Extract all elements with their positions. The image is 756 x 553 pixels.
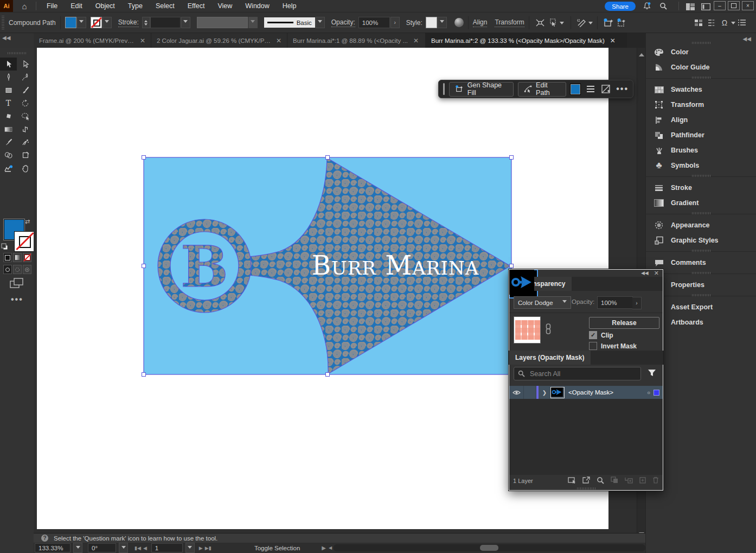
eyedropper-tool[interactable] xyxy=(0,136,17,149)
transform-link[interactable]: Transform xyxy=(495,18,524,27)
stroke-weight-field[interactable] xyxy=(150,17,181,28)
draw-inside-icon[interactable] xyxy=(23,265,31,274)
horizontal-scroll-thumb[interactable] xyxy=(480,545,498,551)
tab-burr-marina-1[interactable]: Burr Marina.ai*:1 @ 88.89 % (<Opacity ..… xyxy=(287,33,426,48)
edit-path-button[interactable]: Edit Path xyxy=(518,82,566,97)
clip-checkbox-row[interactable]: ✓ Clip xyxy=(589,331,613,339)
stroke-options-icon[interactable] xyxy=(587,88,594,90)
stroke-weight-stepper[interactable] xyxy=(142,17,150,28)
gradient-tool[interactable] xyxy=(0,123,17,136)
question-mark-icon[interactable]: ? xyxy=(41,535,48,542)
zoom-level-dropdown[interactable] xyxy=(73,543,82,553)
rotation-field[interactable]: 0° xyxy=(88,543,116,552)
toolbar-grip-icon[interactable] xyxy=(8,52,26,54)
fill-color-dropdown[interactable] xyxy=(77,17,86,28)
horizontal-scrollbar[interactable]: ◀ xyxy=(334,544,645,551)
tab-layers[interactable]: Layers (Opacity Mask) xyxy=(509,351,591,365)
layer-name[interactable]: <Opacity Mask> xyxy=(568,389,644,396)
stroke-color-dropdown[interactable] xyxy=(102,17,112,28)
collapse-toolbar-icon[interactable]: ◀◀ xyxy=(2,35,10,41)
dock-item-pathfinder[interactable]: Pathfinder xyxy=(646,128,756,143)
task-list-icon[interactable] xyxy=(735,17,748,29)
scroll-up-icon[interactable] xyxy=(639,50,644,56)
menu-type[interactable]: Type xyxy=(121,0,149,12)
context-fill-swatch[interactable] xyxy=(571,84,580,94)
dock-grip-icon[interactable] xyxy=(692,250,710,252)
target-circle-icon[interactable]: ○ xyxy=(644,386,654,399)
first-artboard-icon[interactable]: ▮◀ xyxy=(134,545,141,551)
locate-object-icon[interactable] xyxy=(597,476,604,486)
notifications-bell-icon[interactable] xyxy=(641,1,653,11)
dock-item-align[interactable]: Align xyxy=(646,112,756,128)
corner-widget-icon[interactable]: Ω xyxy=(718,17,731,29)
layers-search-field[interactable] xyxy=(514,367,641,380)
dock-item-color[interactable]: Color xyxy=(646,45,756,60)
zoom-level-field[interactable]: 133.33% xyxy=(35,543,71,552)
none-button[interactable] xyxy=(23,253,31,262)
tab-frame[interactable]: Frame.ai @ 200 % (CMYK/Previe... ✕ xyxy=(34,33,151,48)
dock-grip-icon[interactable] xyxy=(692,294,710,296)
search-icon[interactable] xyxy=(657,1,669,11)
swap-fill-stroke-icon[interactable]: ⇄ xyxy=(25,218,30,225)
scroll-left-icon[interactable]: ◀ xyxy=(329,545,332,550)
document-setup-icon[interactable] xyxy=(700,2,712,11)
tab-close-icon[interactable]: ✕ xyxy=(140,37,145,45)
rotate-view-tool[interactable] xyxy=(17,110,34,123)
pen-tool[interactable] xyxy=(0,71,17,84)
width-tool[interactable] xyxy=(17,123,34,136)
tab-burr-marina-2[interactable]: Burr Marina.ai*:2 @ 133.33 % (<Opacity M… xyxy=(426,33,627,48)
opacity-mask-thumbnail[interactable] xyxy=(509,269,538,298)
dock-grip-icon[interactable] xyxy=(692,77,710,79)
export-panel-icon[interactable] xyxy=(582,476,590,485)
gen-vector-icon[interactable] xyxy=(615,17,628,29)
no-style-icon[interactable] xyxy=(601,84,611,94)
rotate-tool[interactable] xyxy=(17,97,34,110)
stroke-weight-label[interactable]: Stroke: xyxy=(118,18,139,27)
menu-window[interactable]: Window xyxy=(239,0,276,12)
gen-recolor-icon[interactable] xyxy=(602,17,615,29)
dock-item-stroke[interactable]: Stroke xyxy=(646,180,756,195)
dock-item-swatches[interactable]: Swatches xyxy=(646,82,756,97)
visibility-eye-icon[interactable] xyxy=(509,386,524,399)
tab-close-icon[interactable]: ✕ xyxy=(413,37,419,45)
screen-mode-icon[interactable] xyxy=(10,278,24,291)
brush-definition-field[interactable] xyxy=(197,17,248,28)
shape-builder-tool[interactable] xyxy=(0,149,17,162)
type-tool[interactable]: T xyxy=(0,97,17,110)
draw-normal-icon[interactable] xyxy=(3,265,12,274)
dock-grip-icon[interactable] xyxy=(692,175,710,177)
maximize-button[interactable] xyxy=(728,1,740,10)
select-similar-dropdown[interactable] xyxy=(560,22,564,27)
dock-item-appearance[interactable]: Appearance xyxy=(646,218,756,233)
dock-grip-icon[interactable] xyxy=(692,42,710,44)
collect-for-export-icon[interactable] xyxy=(568,476,576,485)
constrain-proportions-icon[interactable] xyxy=(534,17,547,29)
3d-material-icon[interactable] xyxy=(454,18,464,27)
stroke-weight-dropdown[interactable] xyxy=(181,17,190,28)
drag-grip-icon[interactable] xyxy=(2,16,4,30)
status-selector-label[interactable]: Toggle Selection xyxy=(254,545,300,551)
tab-jaguar[interactable]: 2 Color Jaguar.ai @ 59.26 % (CMYK/Pre...… xyxy=(151,33,287,48)
menu-edit[interactable]: Edit xyxy=(64,0,89,12)
dock-item-gradient[interactable]: Gradient xyxy=(646,195,756,211)
selection-indicator[interactable] xyxy=(654,390,659,396)
filter-funnel-icon[interactable] xyxy=(648,369,656,379)
release-button[interactable]: Release xyxy=(589,317,659,329)
stroke-profile-field[interactable]: Basic xyxy=(264,17,315,28)
clip-checkbox[interactable]: ✓ xyxy=(589,331,597,339)
dock-grip-icon[interactable] xyxy=(692,272,710,274)
last-artboard-icon[interactable]: ▶▮ xyxy=(205,545,212,551)
layer-thumbnail[interactable] xyxy=(550,387,565,398)
home-icon[interactable]: ⌂ xyxy=(16,0,33,12)
layers-empty-area[interactable] xyxy=(509,399,663,475)
close-button[interactable]: × xyxy=(742,1,754,10)
context-bar-grip[interactable] xyxy=(443,83,445,95)
select-similar-icon[interactable] xyxy=(547,17,560,29)
lock-toggle-cell[interactable] xyxy=(524,386,536,399)
opacity-field[interactable]: 100% xyxy=(358,17,390,28)
dock-item-comments[interactable]: Comments xyxy=(646,255,756,270)
menu-object[interactable]: Object xyxy=(89,0,121,12)
arrange-documents-icon[interactable] xyxy=(692,17,705,29)
rotation-dropdown[interactable] xyxy=(119,543,128,553)
fill-color-swatch[interactable] xyxy=(65,17,76,28)
